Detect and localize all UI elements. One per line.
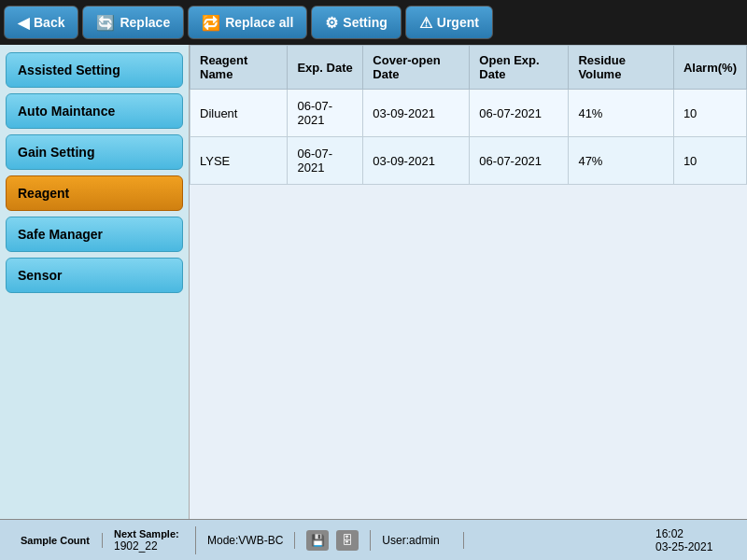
toolbar-btn-replace[interactable]: 🔄Replace [82,6,184,39]
cell-exp-date-1: 06-07-2021 [288,137,363,185]
sample-count-section: Sample Count [9,533,103,548]
sidebar-item-assisted-setting[interactable]: Assisted Setting [6,52,183,88]
sidebar-item-reagent[interactable]: Reagent [6,175,183,211]
cell-cover-open-date-1: 03-09-2021 [363,137,470,185]
col-header-alarm: Alarm(%) [673,46,746,90]
cell-reagent-name-0: Diluent [190,90,288,137]
cell-cover-open-date-0: 03-09-2021 [363,90,470,137]
sidebar: Assisted SettingAuto MaintanceGain Setti… [0,45,189,519]
cell-residue-volume-0: 41% [569,90,673,137]
next-sample-label: Next Sample: [114,528,184,539]
replace-icon: 🔄 [96,14,115,32]
date-value: 03-25-2021 [655,540,726,553]
next-sample-value: 1902_22 [114,539,184,553]
col-header-reagent-name: Reagent Name [190,46,288,90]
toolbar-btn-urgent[interactable]: ⚠Urgent [405,6,493,39]
time-value: 16:02 [655,527,726,540]
status-icons-section: 💾 🗄 [295,530,371,551]
col-header-exp-date: Exp. Date [288,46,363,90]
db-icon: 🗄 [336,530,359,551]
back-label: Back [34,15,64,30]
back-icon: ◀ [18,14,29,32]
cell-exp-date-0: 06-07-2021 [288,90,363,137]
mode-section: Mode:VWB-BC [196,532,295,549]
toolbar-btn-setting[interactable]: ⚙Setting [311,6,401,39]
col-header-open-exp-date: Open Exp. Date [470,46,569,90]
status-bar: Sample Count Next Sample: 1902_22 Mode:V… [0,519,747,560]
setting-icon: ⚙ [325,14,338,32]
datetime-section: 16:02 03-25-2021 [644,525,738,555]
save-icon: 💾 [306,530,329,551]
urgent-label: Urgent [437,15,479,30]
replace-all-icon: 🔁 [202,14,220,32]
sidebar-item-auto-maintance[interactable]: Auto Maintance [6,93,183,129]
col-header-residue-volume: Residue Volume [569,46,673,90]
next-sample-section: Next Sample: 1902_22 [103,526,196,554]
cell-residue-volume-1: 47% [569,137,673,185]
sample-count-label: Sample Count [21,535,91,546]
table-header: Reagent NameExp. DateCover-open DateOpen… [190,46,747,90]
cell-alarm-1: 10 [673,137,746,185]
table-body: Diluent06-07-202103-09-202106-07-202141%… [190,90,747,185]
cell-reagent-name-1: LYSE [190,137,288,185]
toolbar: ◀Back🔄Replace🔁Replace all⚙Setting⚠Urgent [0,0,747,45]
table-row[interactable]: Diluent06-07-202103-09-202106-07-202141%… [190,90,747,137]
user-section: User:admin [371,532,464,549]
toolbar-btn-back[interactable]: ◀Back [4,6,78,39]
cell-alarm-0: 10 [673,90,746,137]
user-label: User:admin [382,534,452,547]
sidebar-item-sensor[interactable]: Sensor [6,258,183,293]
cell-open-exp-date-0: 06-07-2021 [470,90,569,137]
cell-open-exp-date-1: 06-07-2021 [470,137,569,185]
replace-label: Replace [120,15,170,30]
mode-label: Mode:VWB-BC [207,534,283,547]
col-header-cover-open-date: Cover-open Date [363,46,470,90]
table-row[interactable]: LYSE06-07-202103-09-202106-07-202147%10 [190,137,747,185]
setting-label: Setting [343,15,387,30]
main-content: Assisted SettingAuto MaintanceGain Setti… [0,45,747,519]
sidebar-item-safe-manager[interactable]: Safe Manager [6,217,183,252]
content-area: Reagent NameExp. DateCover-open DateOpen… [189,45,747,519]
urgent-icon: ⚠ [419,14,432,32]
replace-all-label: Replace all [225,15,293,30]
reagent-table: Reagent NameExp. DateCover-open DateOpen… [190,45,747,185]
sidebar-item-gain-setting[interactable]: Gain Setting [6,134,183,170]
toolbar-btn-replace-all[interactable]: 🔁Replace all [188,6,307,39]
